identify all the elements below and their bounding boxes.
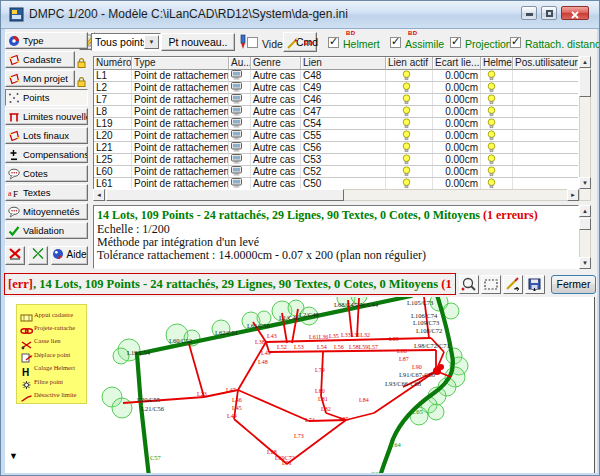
cell-lien: C48 bbox=[301, 70, 386, 81]
point-label: L21/C56 bbox=[141, 405, 165, 412]
column-header[interactable]: Pos.utilisateur bbox=[513, 57, 579, 70]
map-anchor-icon[interactable]: ▼ bbox=[9, 451, 18, 461]
sidebar-item-cotes[interactable]: Cotes bbox=[5, 165, 88, 182]
zoom-button[interactable] bbox=[459, 275, 479, 294]
vider-checkbox[interactable] bbox=[247, 37, 258, 48]
error-banner: [err], 14 Lots, 109 Points - 24 rattaché… bbox=[4, 273, 456, 295]
legend-label: Désactive limite bbox=[34, 391, 76, 398]
lot-label: L53 bbox=[294, 344, 304, 350]
table-row[interactable]: L60Point de rattachementAutre casC520.00… bbox=[94, 166, 578, 178]
table-row[interactable]: L20Point de rattachementAutre casC550.00… bbox=[94, 130, 578, 142]
sidebar-item-validation[interactable]: Validation bbox=[5, 222, 88, 239]
bulb-icon bbox=[402, 118, 411, 129]
scroll-left-icon[interactable]: ◄ bbox=[93, 189, 105, 201]
column-header[interactable]: Lien actif bbox=[386, 57, 433, 70]
points-filter-select[interactable]: Tous points ▼ bbox=[91, 33, 161, 51]
sidebar-item-mitoyennetes[interactable]: Mitoyennetés bbox=[5, 203, 88, 220]
save-button[interactable] bbox=[525, 275, 545, 294]
column-header[interactable]: Genre bbox=[251, 57, 301, 70]
pt-nouveau-button[interactable]: Pt nouveau.. bbox=[161, 33, 235, 51]
map-canvas[interactable]: L23L47L46L45L44L73L68L69C72L71L79L80L81L… bbox=[5, 297, 595, 473]
delete-link-button[interactable] bbox=[5, 246, 25, 265]
cadastre-boundary bbox=[137, 297, 411, 473]
computer-icon bbox=[231, 154, 242, 164]
fermer-button[interactable]: Fermer bbox=[551, 275, 596, 294]
check-mark-icon: ✓ bbox=[329, 35, 338, 48]
sidebar-item-textes[interactable]: aFTextes bbox=[5, 184, 88, 201]
close-button[interactable] bbox=[561, 6, 589, 20]
legend-item: Projete-rattache bbox=[20, 321, 75, 333]
point-label: L105/C73 bbox=[407, 299, 433, 306]
sidebar-item-lots-finaux[interactable]: Lots finaux bbox=[5, 127, 88, 144]
cell-genre: Autre cas bbox=[251, 166, 301, 177]
cell-ecart: 0.00cm bbox=[433, 94, 481, 105]
table-row[interactable]: L21Point de rattachementAutre casC560.00… bbox=[94, 142, 578, 154]
table-vscroll-thumb[interactable] bbox=[579, 69, 591, 97]
map-panel[interactable]: L23L47L46L45L44L73L68L69C72L71L79L80L81L… bbox=[5, 297, 595, 473]
bulb-icon bbox=[487, 106, 496, 117]
maximize-button[interactable] bbox=[541, 6, 557, 20]
auto-fix-button[interactable] bbox=[503, 275, 523, 294]
pattern-button[interactable] bbox=[28, 246, 48, 265]
table-hscroll-thumb[interactable] bbox=[106, 189, 344, 201]
sidebar-item-label: Compensations bbox=[23, 149, 88, 160]
cell-type: Point de rattachement bbox=[132, 178, 229, 189]
column-header[interactable]: Lien bbox=[301, 57, 386, 70]
sidebar-item-points[interactable]: Points bbox=[5, 89, 88, 106]
table-row[interactable]: L7Point de rattachementAutre casC460.00c… bbox=[94, 94, 578, 106]
column-header[interactable]: Ecart lie... bbox=[433, 57, 481, 70]
checkbox-projection[interactable]: ✓ bbox=[450, 37, 461, 48]
points-filter-value: Tous points bbox=[95, 36, 148, 48]
scroll-down-icon[interactable]: ▼ bbox=[579, 177, 591, 189]
column-header[interactable]: Au... bbox=[229, 57, 251, 70]
scroll-down-icon[interactable]: ▼ bbox=[579, 257, 591, 269]
legend-label: Filtre point bbox=[34, 378, 63, 385]
bubble-icon bbox=[8, 206, 21, 218]
cell-pos bbox=[513, 118, 579, 129]
scroll-up-icon[interactable]: ▲ bbox=[579, 205, 591, 217]
summary-vscroll-thumb[interactable] bbox=[579, 218, 591, 230]
checkbox-assimile[interactable]: ✓ bbox=[390, 37, 401, 48]
lot-line bbox=[287, 420, 346, 464]
bulb-icon bbox=[402, 94, 411, 105]
minimize-button[interactable] bbox=[521, 6, 537, 20]
table-row[interactable]: L19Point de rattachementAutre casC540.00… bbox=[94, 118, 578, 130]
check-mark-icon: ✓ bbox=[511, 35, 520, 48]
checkbox-rattach-distance[interactable]: ✓ bbox=[510, 37, 521, 48]
point-label: L20/C55 bbox=[137, 396, 160, 403]
zoom-window-button[interactable] bbox=[481, 275, 501, 294]
cell-au bbox=[229, 178, 251, 189]
bulb-icon bbox=[402, 142, 411, 153]
cell-lien: C46 bbox=[301, 94, 386, 105]
table-header[interactable]: NuméroTypeAu...GenreLienLien actifEcart … bbox=[94, 57, 578, 70]
column-header[interactable]: Numéro bbox=[94, 57, 132, 70]
sidebar-item-type[interactable]: Type bbox=[5, 32, 88, 49]
cmd-button[interactable]: BD Cmd bbox=[283, 32, 317, 52]
converge-arrows-icon bbox=[31, 247, 45, 260]
titlebar[interactable]: DMPC 1/200 - Modèle C:\iLanCAD\RD12\Syst… bbox=[1, 1, 599, 29]
sidebar-item-cadastre[interactable]: Cadastre bbox=[5, 51, 75, 68]
column-header[interactable]: Type bbox=[132, 57, 229, 70]
table-row[interactable]: L1Point de rattachementAutre casC480.00c… bbox=[94, 70, 578, 82]
sidebar-item-limites-nouvelles[interactable]: Limites nouvelles bbox=[5, 108, 88, 125]
computer-icon bbox=[231, 118, 242, 128]
sidebar-item-mon-projet[interactable]: Mon projet bbox=[5, 70, 75, 87]
lot-label: L89 bbox=[389, 336, 399, 342]
computer-icon bbox=[231, 70, 242, 80]
check-mark-icon: ✓ bbox=[391, 35, 400, 48]
column-header[interactable]: Helmert bbox=[481, 57, 513, 70]
cell-actif bbox=[386, 106, 433, 117]
cell-au bbox=[229, 106, 251, 117]
checkbox-helmert[interactable]: ✓ bbox=[328, 37, 339, 48]
table-row[interactable]: L8Point de rattachementAutre casC470.00c… bbox=[94, 106, 578, 118]
table-row[interactable]: L2Point de rattachementAutre casC490.00c… bbox=[94, 82, 578, 94]
scroll-up-icon[interactable]: ▲ bbox=[579, 56, 591, 68]
cell-num: L8 bbox=[94, 106, 132, 117]
scroll-right-icon[interactable]: ► bbox=[567, 189, 579, 201]
point-label: L19/C54 bbox=[127, 349, 151, 356]
table-row[interactable]: L25Point de rattachementAutre casC530.00… bbox=[94, 154, 578, 166]
sidebar-item-compensations[interactable]: Compensations bbox=[5, 146, 88, 163]
aide-button[interactable]: Aide bbox=[51, 246, 88, 265]
cell-lien: C52 bbox=[301, 166, 386, 177]
text-icon: aF bbox=[8, 187, 21, 199]
